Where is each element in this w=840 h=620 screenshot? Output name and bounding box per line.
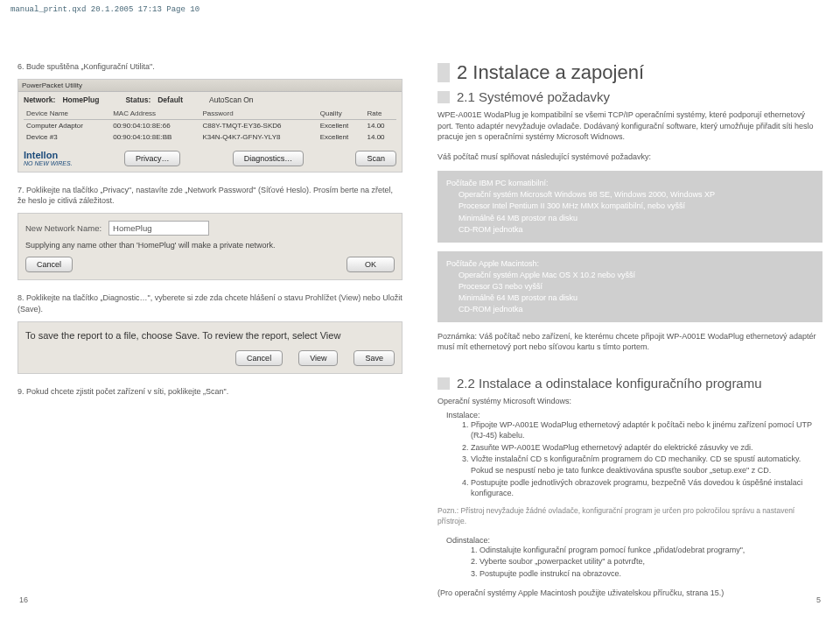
diagnostic-dialog: To save the report to a file, choose Sav… xyxy=(18,321,402,374)
save-button[interactable]: Save xyxy=(354,350,395,366)
subsection-title: 2.1 Systémové požadavky xyxy=(457,89,610,104)
uninstall-step: Odinstalujte konfigurační program pomocí… xyxy=(480,545,822,556)
requirements-pc-box: Počítače IBM PC komatibilní: Operační sy… xyxy=(438,171,822,242)
install-step: Vložte instalační CD s konfiguračním pro… xyxy=(471,454,822,476)
dialog-description: Supplying any name other than 'HomePlug'… xyxy=(25,241,395,250)
req-mac-line: Minimálně 64 MB prostor na disku xyxy=(458,292,814,304)
table-header-row: Device Name MAC Address Password Quality… xyxy=(24,108,396,120)
col-rate: Rate xyxy=(365,108,396,120)
cancel-button[interactable]: Cancel xyxy=(235,350,283,366)
heading-marker-icon xyxy=(438,377,450,390)
uninstall-step: Vyberte soubor „powerpacket utility" a p… xyxy=(480,556,822,567)
intro-paragraph: WPE-A001E WodaPlug je kompatibilní se vš… xyxy=(438,109,822,143)
save-dialog-description: To save the report to a file, choose Sav… xyxy=(25,329,395,342)
network-label: Network: xyxy=(24,95,55,104)
section-2-2-heading: 2.2 Instalace a odinstalace konfigurační… xyxy=(438,376,822,391)
table-row: Device #3 00:90:04:10:8E:BB K34N-Q4K7-GF… xyxy=(24,131,396,143)
heading-marker-icon xyxy=(438,91,450,103)
install-sublabel: Instalace: xyxy=(446,411,822,419)
install-os-label: Operační systémy Microsoft Windows: xyxy=(438,396,822,407)
page-content: 6. Bude spuštěna „Konfigurační Utilita".… xyxy=(0,0,840,608)
step-8: 8. Poklikejte na tlačítko „Diagnostic…",… xyxy=(18,292,402,314)
install-step: Zasuňte WP-A001E WodaPlug ethernetový ad… xyxy=(471,442,822,454)
req-pc-head: Počítače IBM PC komatibilní: xyxy=(446,178,814,189)
install-steps-list: Připojte WP-A001E WodaPlug ethernetový a… xyxy=(455,419,822,499)
req-pc-line: Minimálně 64 MB prostor na disku xyxy=(458,213,814,224)
left-column: 6. Bude spuštěna „Konfigurační Utilita".… xyxy=(18,61,402,608)
status-label: Status: xyxy=(125,95,150,104)
privacy-button[interactable]: Privacy… xyxy=(124,151,181,166)
req-mac-line: Operační systém Apple Mac OS X 10.2 nebo… xyxy=(458,270,814,281)
step-6: 6. Bude spuštěna „Konfigurační Utilita". xyxy=(18,61,402,72)
page-number-left: 16 xyxy=(19,595,28,604)
network-name-label: New Network Name: xyxy=(25,223,102,233)
req-pc-line: CD-ROM jednotka xyxy=(458,224,814,236)
network-value: HomePlug xyxy=(62,95,99,104)
mac-footnote: (Pro operační systémy Apple Macintosh po… xyxy=(438,588,822,599)
requirements-lead: Váš počítač musí splňovat následující sy… xyxy=(438,151,822,163)
step-7: 7. Poklikejte na tlačítko „Privacy", nas… xyxy=(18,185,402,206)
network-name-input[interactable]: HomePlug xyxy=(108,221,209,236)
print-header: manual_print.qxd 20.1.2005 17:13 Page 10 xyxy=(10,5,200,14)
cancel-button[interactable]: Cancel xyxy=(25,257,73,272)
page-number-right: 5 xyxy=(816,595,821,604)
heading-marker-icon xyxy=(438,63,450,82)
autoscan-label: AutoScan On xyxy=(209,95,254,104)
window-titlebar: PowerPacket Utility xyxy=(18,80,402,92)
note-paragraph: Poznámka: Váš počítač nebo zařízení, ke … xyxy=(438,331,822,353)
col-quality: Quality xyxy=(318,108,365,120)
uninstall-sublabel: Odinstalace: xyxy=(446,536,822,545)
logo-subtitle: NO NEW WIRES. xyxy=(24,160,73,166)
step-9: 9. Pokud chcete zjistit počet zařízení v… xyxy=(18,386,402,397)
privacy-dialog: New Network Name: HomePlug Supplying any… xyxy=(18,213,402,280)
view-button[interactable]: View xyxy=(298,350,338,366)
uninstall-step: Postupujte podle instrukcí na obrazovce. xyxy=(480,568,822,580)
col-password: Password xyxy=(200,108,318,120)
section-2-1-heading: 2.1 Systémové požadavky xyxy=(438,89,822,104)
install-step: Postupujte podle jednotlivých obrazovek … xyxy=(471,477,822,499)
install-step: Připojte WP-A001E WodaPlug ethernetový a… xyxy=(471,419,822,441)
col-device: Device Name xyxy=(24,108,110,120)
uninstall-steps-list: Odinstalujte konfigurační program pomocí… xyxy=(464,545,822,580)
subsection-title: 2.2 Instalace a odinstalace konfigurační… xyxy=(457,376,762,391)
req-mac-line: CD-ROM jednotka xyxy=(458,304,814,315)
intellon-logo: Intellon xyxy=(24,150,73,160)
table-row: Computer Adaptor 00:90:04:10:8E:66 C88Y-… xyxy=(24,120,396,132)
section-title: 2 Instalace a zapojení xyxy=(457,61,644,84)
req-mac-head: Počítače Apple Macintosh: xyxy=(446,258,814,270)
status-value: Default xyxy=(158,95,183,104)
requirements-mac-box: Počítače Apple Macintosh: Operační systé… xyxy=(438,251,822,322)
col-mac: MAC Address xyxy=(110,108,200,120)
req-pc-line: Operační systém Microsoft Windows 98 SE,… xyxy=(458,189,814,201)
section-2-heading: 2 Instalace a zapojení xyxy=(438,61,822,84)
right-column: 2 Instalace a zapojení 2.1 Systémové pož… xyxy=(438,61,822,608)
scan-button[interactable]: Scan xyxy=(355,151,396,166)
req-mac-line: Procesor G3 nebo vyšší xyxy=(458,281,814,292)
diagnostics-button[interactable]: Diagnostics… xyxy=(233,151,304,166)
device-table: Device Name MAC Address Password Quality… xyxy=(24,108,396,143)
screenshot-utility: PowerPacket Utility Network: HomePlug St… xyxy=(18,79,402,173)
ok-button[interactable]: OK xyxy=(346,257,395,272)
req-pc-line: Procesor Intel Pentium II 300 MHz MMX ko… xyxy=(458,201,814,212)
driver-note: Pozn.: Přístroj nevyžaduje žádné ovladač… xyxy=(438,506,822,527)
